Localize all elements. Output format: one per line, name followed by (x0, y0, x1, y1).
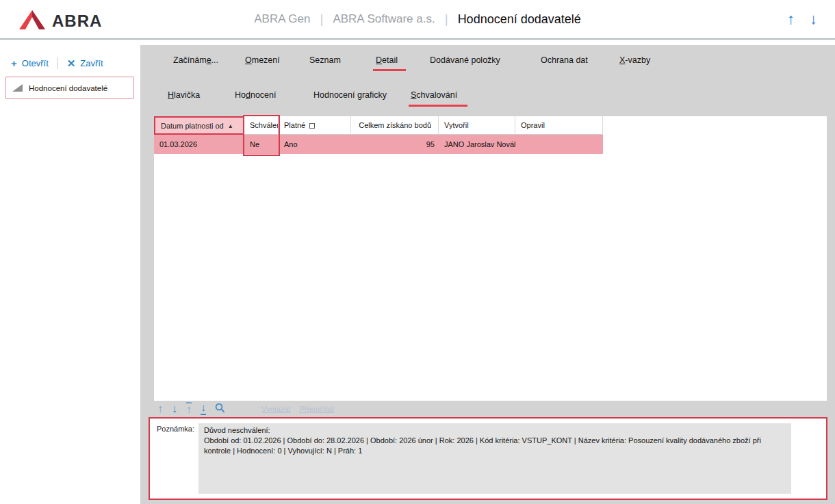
open-button-label: Otevřít (22, 58, 49, 68)
sidebar-item-label: Hodnocení dodavatelé (29, 84, 107, 92)
cell-opravil (515, 135, 603, 154)
move-last-icon[interactable]: ↓ (201, 402, 206, 415)
column-header-opravil[interactable]: Opravil (515, 116, 603, 135)
move-up-icon[interactable]: ↑ (157, 403, 163, 414)
active-tab-underline (373, 69, 406, 71)
column-header-datum-platnosti-od[interactable]: Datum platnosti od▲ (154, 116, 244, 135)
tab-detail[interactable]: Detail (376, 55, 398, 65)
header: ABRA ABRA Gen | ABRA Software a.s. | Hod… (0, 0, 835, 40)
tab-omezeni[interactable]: Omezení (245, 55, 280, 65)
search-icon[interactable] (215, 403, 225, 415)
tab-zaciname[interactable]: Začínáme... (173, 55, 218, 65)
tab-seznam[interactable]: Seznam (309, 55, 341, 65)
title-separator: | (320, 12, 323, 27)
tab-x-vazby[interactable]: X-vazby (619, 55, 650, 65)
record-navigation: ↑ ↓ (787, 0, 817, 38)
previous-record-icon[interactable]: ↑ (787, 12, 795, 27)
grid-toolbar: ↑ ↓ ↑ ↓ Vymazat Přepočítat (157, 402, 334, 415)
next-record-icon[interactable]: ↓ (810, 12, 817, 27)
title-separator: | (445, 12, 448, 27)
vertical-divider (57, 57, 58, 69)
move-down-icon[interactable]: ↓ (172, 403, 177, 414)
table-row-selected[interactable]: 01.03.2026 Ne Ano 95 JANO Jaroslav Novák (154, 135, 603, 154)
plus-icon: + (11, 58, 17, 68)
cell-schvaleno: Ne (244, 135, 279, 154)
cell-platne: Ano (279, 135, 351, 154)
window-title-group: ABRA Gen | ABRA Software a.s. | Hodnocen… (0, 0, 835, 38)
cell-celkem-ziskano-bodu: 95 (351, 135, 439, 154)
sidebar: + Otevřít ✕ Zavřít Hodnocení dodavatelé (0, 41, 140, 504)
sidebar-actions: + Otevřít ✕ Zavřít (11, 57, 103, 69)
tab-schvalovani[interactable]: Schvalování (411, 90, 457, 100)
tab-ochrana-dat[interactable]: Ochrana dat (541, 55, 588, 65)
note-panel: Poznámka: Důvod neschválení: Období od: … (149, 417, 827, 500)
close-button[interactable]: ✕ Zavřít (67, 58, 103, 68)
note-line: Období od: 01.02.2026 | Období do: 28.02… (204, 436, 786, 456)
tab-hodnoceni[interactable]: Hodnocení (235, 90, 276, 100)
tab-hlavicka[interactable]: Hlavička (168, 90, 200, 100)
sort-ascending-icon: ▲ (228, 123, 233, 129)
open-button[interactable]: + Otevřít (11, 58, 49, 68)
page-title: Hodnocení dodavatelé (458, 12, 581, 27)
note-label: Poznámka: (157, 425, 194, 433)
records-grid: Datum platnosti od▲ Schváleno Platné Cel… (154, 116, 827, 401)
note-line: Důvod neschválení: (204, 425, 786, 436)
tab-hodnoceni-graficky[interactable]: Hodnocení graficky (313, 90, 387, 100)
cell-vytvoril: JANO Jaroslav Novák (439, 135, 515, 154)
move-first-icon[interactable]: ↑ (186, 402, 192, 415)
close-button-label: Zavřít (80, 58, 103, 68)
clear-link[interactable]: Vymazat (261, 405, 290, 413)
column-header-platne[interactable]: Platné (279, 116, 351, 135)
close-icon: ✕ (67, 58, 76, 68)
column-header-celkem-ziskano-bodu[interactable]: Celkem získáno bodů (351, 116, 439, 135)
recalculate-link[interactable]: Přepočítat (299, 405, 333, 413)
agenda-icon (12, 84, 23, 92)
grid-header-row: Datum platnosti od▲ Schváleno Platné Cel… (154, 116, 603, 135)
tab-dodavane-polozky[interactable]: Dodávané položky (430, 55, 500, 65)
abra-window: ABRA ABRA Gen | ABRA Software a.s. | Hod… (0, 0, 835, 504)
main-area: Začínáme... Omezení Seznam Detail Dodáva… (140, 45, 835, 504)
app-name: ABRA Gen (254, 12, 310, 26)
note-memo-field: Důvod neschválení: Období od: 01.02.2026… (198, 423, 791, 494)
cell-datum-platnosti-od: 01.03.2026 (154, 135, 244, 154)
company-name: ABRA Software a.s. (333, 12, 435, 26)
column-header-vytvoril[interactable]: Vytvořil (439, 116, 515, 135)
column-header-schvaleno[interactable]: Schváleno (244, 116, 279, 135)
checkbox-icon (309, 123, 315, 129)
sidebar-item-hodnoceni-dodavatele[interactable]: Hodnocení dodavatelé (5, 77, 134, 99)
active-tab-underline (409, 105, 467, 107)
